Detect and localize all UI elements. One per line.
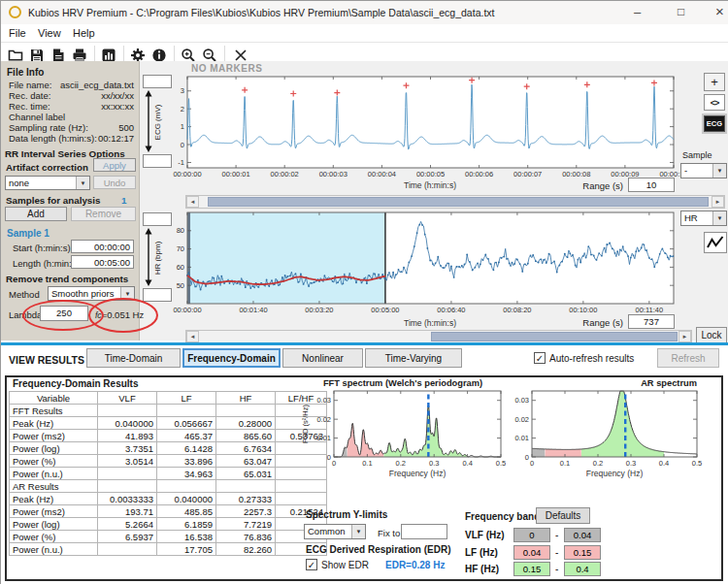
auto-refresh-checkbox[interactable]: ✓	[534, 352, 546, 364]
spectrum-ylimits-select[interactable]: Common ▼	[304, 524, 366, 539]
row-value: 0.040000	[98, 417, 157, 430]
defaults-button[interactable]: Defaults	[536, 507, 590, 524]
detrend-title: Remove trend components	[6, 274, 128, 284]
close-button[interactable]: ×	[715, 3, 724, 19]
band-high-input[interactable]: 0.04	[564, 528, 601, 542]
expand-range-button[interactable]: <>	[704, 94, 725, 111]
row-value	[276, 493, 327, 505]
svg-text:0.5: 0.5	[692, 459, 702, 468]
row-value: 7.7219	[216, 518, 276, 531]
svg-text:0: 0	[530, 459, 534, 468]
menu-file[interactable]: File	[9, 27, 26, 39]
column-header: VLF	[98, 392, 157, 405]
table-row: Peak (Hz)0.00333330.0400000.27333	[10, 493, 327, 505]
table-row: Power (ms2)193.71485.852257.30.21524	[10, 505, 327, 518]
file-info-label: Rec. time:	[9, 101, 50, 112]
row-label: FFT Results	[10, 405, 98, 417]
fix-to-input[interactable]	[401, 524, 447, 539]
hr-scrollbar-thumb[interactable]	[431, 332, 678, 341]
scroll-left-arrow-icon[interactable]: ◄	[186, 331, 199, 342]
hr-range-input[interactable]: 737	[628, 314, 675, 329]
svg-text:00:00:07: 00:00:07	[513, 170, 542, 178]
svg-text:2: 2	[181, 105, 184, 114]
menu-help[interactable]: Help	[73, 27, 95, 39]
svg-text:HR (bpm): HR (bpm)	[153, 241, 162, 275]
row-label: Power (ms2)	[10, 505, 98, 518]
maximize-button[interactable]: □	[678, 5, 684, 18]
sample-select-label: Sample	[682, 150, 712, 160]
ar-xaxis-label: Frequency (Hz)	[522, 469, 707, 478]
scroll-right-arrow-icon[interactable]: ►	[711, 196, 724, 208]
menu-bar: File View Help	[1, 24, 728, 42]
hr-signal-value: HR	[681, 211, 712, 225]
band-low-input[interactable]: 0.15	[513, 562, 550, 576]
artifact-correction-select[interactable]: none ▼	[5, 176, 90, 190]
row-value: 17.705	[157, 543, 216, 556]
row-value: 16.538	[157, 531, 216, 543]
row-value: 193.71	[98, 505, 157, 518]
svg-text:0.1: 0.1	[560, 459, 570, 468]
ecg-range-input[interactable]: 10	[628, 178, 675, 192]
refresh-button[interactable]: Refresh	[657, 348, 719, 368]
ecg-scrollbar-thumb[interactable]	[208, 197, 709, 207]
svg-text:00:06:40: 00:06:40	[437, 306, 465, 314]
show-edr-checkbox[interactable]: ✓	[306, 559, 317, 570]
band-label: HF (Hz)	[465, 564, 499, 574]
table-row: Power (log)5.26646.18597.7219	[10, 518, 327, 531]
svg-text:0.3: 0.3	[626, 459, 636, 468]
band-high-input[interactable]: 0.4	[564, 562, 601, 576]
band-low-input[interactable]: 0	[513, 528, 550, 542]
spectrum-ylimits-title: Spectrum Y-limits	[306, 509, 387, 520]
apply-button[interactable]: Apply	[93, 158, 136, 172]
table-row: Power (ms2)41.893465.37865.600.53763	[10, 430, 327, 442]
length-input[interactable]: 00:05:00	[71, 255, 134, 269]
svg-text:00:11:40: 00:11:40	[636, 306, 664, 314]
ecg-scrollbar[interactable]: ◄ ►	[185, 195, 725, 209]
window-title: Kubios HRV Premium - C:\Program Files\Ku…	[28, 7, 494, 18]
scroll-left-arrow-icon[interactable]: ◄	[186, 196, 199, 208]
fix-to-label: Fix to	[378, 528, 400, 538]
band-label: LF (Hz)	[465, 547, 498, 558]
menu-view[interactable]: View	[38, 27, 61, 39]
svg-text:0.2: 0.2	[593, 459, 603, 468]
row-value: 6.7634	[216, 442, 276, 455]
ecg-signal-button[interactable]: ECG	[702, 114, 727, 134]
tab-time-domain[interactable]: Time-Domain	[86, 348, 181, 368]
row-value	[98, 405, 157, 417]
svg-text:0: 0	[332, 459, 336, 468]
lock-button[interactable]: Lock	[696, 327, 727, 343]
tab-frequency-domain[interactable]: Frequency-Domain	[182, 348, 281, 368]
chevron-down-icon: ▼	[351, 525, 365, 538]
svg-text:0.1: 0.1	[362, 459, 372, 468]
sample1-title: Sample 1	[7, 228, 50, 239]
add-marker-button[interactable]: +	[704, 73, 725, 91]
minimize-button[interactable]: –	[634, 5, 641, 19]
sample-select[interactable]: - ▼	[680, 163, 727, 178]
svg-text:00:00:04: 00:00:04	[368, 170, 396, 178]
svg-text:-1: -1	[178, 158, 184, 167]
remove-sample-button[interactable]: Remove	[71, 207, 136, 221]
title-bar: Kubios HRV Premium - C:\Program Files\Ku…	[1, 1, 728, 25]
band-high-input[interactable]: 0.15	[564, 545, 601, 560]
start-input[interactable]: 00:00:00	[71, 240, 134, 253]
view-results-label: VIEW RESULTS	[9, 354, 84, 366]
tab-nonlinear[interactable]: Nonlinear	[282, 348, 363, 368]
undo-button[interactable]: Undo	[93, 176, 136, 189]
svg-text:70: 70	[177, 244, 184, 253]
hr-signal-select[interactable]: HR ▼	[680, 211, 727, 226]
show-edr-label: Show EDR	[321, 560, 369, 570]
add-sample-button[interactable]: Add	[5, 207, 67, 221]
tab-time-varying[interactable]: Time-Varying	[365, 348, 462, 368]
svg-text:00:08:20: 00:08:20	[503, 306, 531, 314]
file-info-label: Sampling rate (Hz):	[9, 122, 88, 133]
scroll-right-arrow-icon[interactable]: ►	[678, 331, 691, 342]
hr-scrollbar[interactable]: ◄ ►	[185, 330, 692, 343]
chevron-down-icon: ▼	[712, 164, 726, 178]
band-low-input[interactable]: 0.04	[513, 545, 550, 560]
svg-text:0: 0	[327, 453, 331, 462]
row-label: Power (%)	[10, 455, 98, 468]
cutoff-annotation-ellipse	[88, 298, 158, 333]
row-value: 6.1859	[157, 518, 216, 531]
file-info-value: 00:12:17	[98, 133, 134, 144]
waveform-view-button[interactable]	[704, 232, 727, 253]
